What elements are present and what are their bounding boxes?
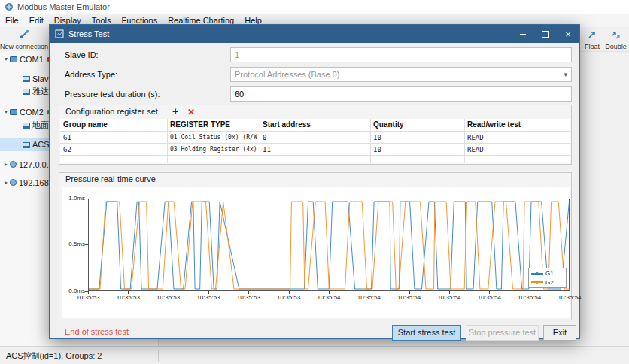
legend-marker [536, 272, 539, 275]
close-icon: × [565, 29, 571, 39]
x-axis-tick [530, 291, 530, 294]
new-connection-button[interactable]: New connection [1, 29, 47, 50]
close-button[interactable]: × [557, 25, 579, 43]
y-axis-label: 1.0ms [62, 195, 85, 202]
status-bar: ACS控制(id=1), Groups: 2 [0, 346, 629, 364]
new-connection-label: New connection [0, 43, 48, 50]
chart-series-svg [89, 199, 570, 292]
x-axis-label: 10:35:53 [72, 294, 104, 301]
slave-id-label: Slave ID: [65, 47, 99, 62]
minimize-button[interactable] [512, 25, 534, 43]
menu-item-file[interactable]: File [0, 14, 24, 27]
double-label: Double [605, 43, 627, 50]
x-axis-label: 10:35:53 [193, 294, 224, 301]
x-axis-tick [128, 291, 129, 294]
dialog-title: Stress Test [68, 29, 512, 38]
table-grid-line [260, 119, 260, 163]
table-header-1: REGISTER TYPE [170, 120, 258, 130]
tree-item-label: 127.0.0.1 [19, 160, 53, 169]
register-table: Group nameREGISTER TYPEStart addressQuan… [60, 119, 570, 163]
duration-label: Pressure test duration (s): [65, 86, 160, 102]
device-icon [23, 142, 30, 148]
menu-item-edit[interactable]: Edit [24, 14, 49, 27]
table-header-4: Read/write test [467, 120, 570, 130]
y-axis-tick [85, 199, 88, 199]
exit-button[interactable]: Exit [543, 325, 576, 341]
table-header-2: Start address [263, 120, 369, 130]
tree-item-label: COM1 [20, 55, 44, 64]
pressure-chart: G1G2 [88, 199, 570, 291]
chevron-down-icon: ▾ [564, 71, 567, 78]
x-axis-label: 10:35:54 [473, 294, 505, 301]
table-cell-r0c2[interactable]: 0 [263, 132, 369, 143]
port-icon [10, 56, 17, 62]
address-type-select: Protocol Addresses (Base 0) ▾ [230, 67, 572, 82]
network-icon [10, 179, 17, 186]
curve-title: Pressure real-time curve [65, 174, 156, 184]
table-header-0: Group name [63, 120, 166, 130]
series-line-G1 [89, 202, 570, 289]
table-cell-r1c2[interactable]: 11 [263, 144, 369, 155]
x-axis-tick [248, 291, 249, 294]
device-icon [23, 123, 30, 129]
table-grid-line [60, 155, 570, 156]
x-axis-label: 10:35:53 [232, 294, 264, 301]
table-cell-r1c0[interactable]: G2 [63, 144, 166, 155]
status-divider [158, 350, 159, 362]
curve-groupbox: Pressure real-time curve G1G2 1.0ms0.5ms… [59, 172, 572, 320]
delete-group-icon[interactable]: ✕ [187, 107, 195, 117]
add-group-icon[interactable]: + [172, 105, 178, 117]
stop-pressure-test-button: Stop pressure test [466, 325, 539, 341]
maximize-button[interactable] [534, 25, 557, 43]
dialog-icon [55, 29, 64, 38]
register-set-groupbox: Configuration register set + ✕ Group nam… [59, 105, 572, 165]
table-cell-r1c3[interactable]: 10 [373, 144, 463, 155]
legend-label: G1 [545, 270, 554, 277]
y-axis-tick [85, 244, 88, 245]
table-grid-line [60, 143, 570, 144]
stress-test-dialog: Stress Test × Slave ID: Address Type: Pr… [49, 24, 580, 339]
table-grid-line [370, 119, 371, 163]
x-axis-label: 10:35:54 [554, 294, 585, 301]
dialog-titlebar[interactable]: Stress Test × [50, 25, 579, 43]
table-cell-r0c1[interactable]: 01 Coil Status (0x) (R/W) [170, 132, 258, 143]
float-label: Float [585, 43, 600, 50]
chevron-right-icon[interactable]: ▸ [2, 161, 10, 168]
chevron-down-icon[interactable]: ▾ [2, 56, 10, 62]
slave-id-input [230, 47, 572, 62]
x-axis-tick [289, 291, 290, 294]
x-axis-label: 10:35:54 [514, 294, 545, 301]
table-cell-r0c3[interactable]: 10 [373, 132, 463, 143]
float-icon [588, 29, 597, 42]
chevron-right-icon[interactable]: ▸ [2, 179, 10, 186]
chevron-down-icon[interactable]: ▾ [2, 108, 10, 115]
double-button[interactable]: Double [604, 29, 627, 50]
y-axis-label: 0.5ms [62, 241, 85, 248]
float-button[interactable]: Float [581, 29, 603, 50]
minimize-icon [520, 34, 526, 35]
x-axis-tick [409, 291, 410, 294]
double-icon [612, 29, 621, 42]
legend-swatch [531, 273, 543, 275]
x-axis-tick [329, 291, 330, 294]
status-text: ACS控制(id=1), Groups: 2 [6, 350, 102, 362]
table-header-3: Quantity [373, 120, 463, 130]
x-axis-tick [449, 291, 450, 294]
app-title: Modbus Master Emulator [17, 2, 110, 11]
maximize-icon [542, 31, 549, 38]
table-cell-r1c1[interactable]: 03 Holding Register (4x) (R [170, 144, 258, 155]
app-icon [5, 2, 14, 11]
table-cell-r0c4[interactable]: READ [467, 132, 570, 143]
legend-entry-G1: G1 [531, 269, 564, 278]
x-axis-label: 10:35:54 [394, 294, 425, 301]
table-cell-r1c4[interactable]: READ [467, 144, 570, 155]
legend-entry-G2: G2 [531, 278, 564, 287]
duration-input[interactable] [230, 86, 572, 102]
address-type-label: Address Type: [65, 67, 117, 82]
table-cell-r0c0[interactable]: G1 [63, 132, 166, 143]
x-axis-tick [570, 291, 570, 294]
start-stress-test-button[interactable]: Start stress test [392, 325, 461, 341]
table-grid-line [167, 119, 168, 163]
x-axis-tick [169, 291, 169, 294]
port-icon [10, 109, 17, 115]
